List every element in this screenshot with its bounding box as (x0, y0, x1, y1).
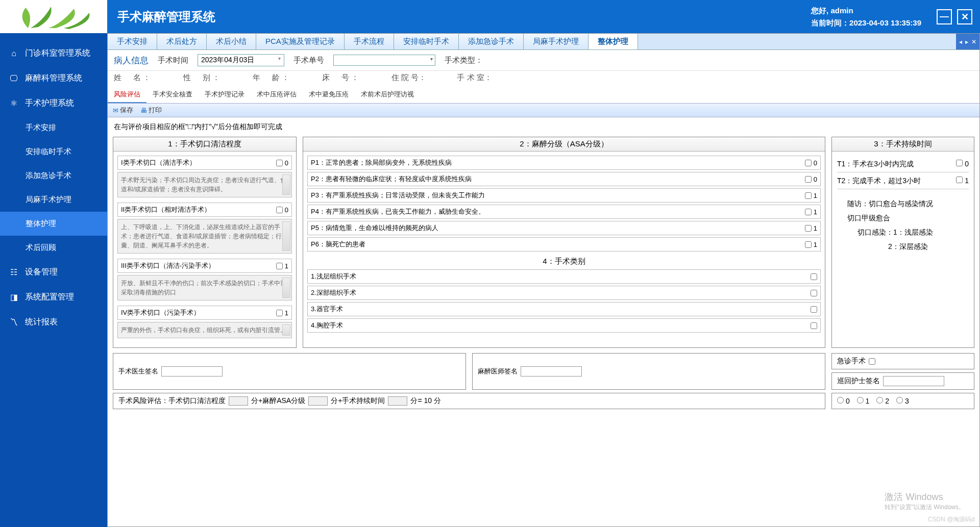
item-check[interactable] (805, 209, 812, 215)
tab-pca[interactable]: PCA实施及管理记录 (256, 34, 345, 49)
asa-item: P1：正常的患者；除局部病变外，无系统性疾病 0 (307, 156, 821, 170)
summary-label: 手术风险评估：手术切口清洁程度 (118, 396, 226, 406)
sidebar-sub-arrange[interactable]: 手术安排 (0, 116, 107, 140)
surgeon-sig-input[interactable] (161, 366, 223, 377)
emergency-check[interactable] (869, 358, 875, 365)
subtab-ulcer[interactable]: 术中压疮评估 (251, 87, 303, 103)
t1-value: 0 (965, 160, 969, 168)
nurse-sig-label: 巡回护士签名 (837, 377, 880, 386)
incision-item: III类手术切口（清洁-污染手术） 1 (117, 259, 292, 273)
sidebar-item-stats[interactable]: 〽统计报表 (0, 310, 107, 335)
subtab-avoid[interactable]: 术中避免压疮 (303, 87, 355, 103)
op-no-input[interactable] (333, 55, 435, 66)
followup-label: 随访：切口愈合与感染情况 (837, 196, 969, 211)
asa-item: P5：病情危重，生命难以维持的频死的病人 1 (307, 221, 821, 235)
item-check[interactable] (811, 290, 817, 296)
sum-p3: 分= 10 分 (410, 396, 441, 406)
surgeon-sig-box: 手术医生签名 (113, 353, 466, 390)
tab-summary[interactable]: 术后小结 (207, 34, 256, 49)
panel2-title: 2：麻醉分级（ASA分级） (303, 137, 825, 152)
sidebar-item-outpatient[interactable]: ⌂门诊科室管理系统 (0, 41, 107, 66)
item-check[interactable] (805, 176, 812, 183)
nurse-sig-input[interactable] (883, 376, 944, 386)
header: 手术麻醉管理系统 您好, admin 当前时间：2023-04-03 13:35… (0, 0, 980, 33)
print-button[interactable]: 🖶打印 (140, 106, 162, 115)
tab-postrx[interactable]: 术后处方 (157, 34, 207, 49)
radio-1[interactable]: 1 (857, 397, 870, 405)
subtab-safety[interactable]: 手术安全核查 (146, 87, 199, 103)
sidebar-item-nursing[interactable]: ⚛手术护理系统 (0, 91, 107, 116)
sum-p1: 分+麻醉ASA分级 (251, 396, 305, 406)
cube-icon: ◨ (8, 292, 20, 302)
tab-local[interactable]: 局麻手术护理 (524, 34, 589, 49)
t1-label: T1：手术在3小时内完成 (837, 157, 914, 171)
gender-label: 性 别： (183, 73, 222, 83)
side-label: 系统配置管理 (25, 292, 74, 303)
item-desc: 开放、新鲜且不干净的伤口；前次手术感染的切口；手术中需采取消毒措施的切口 (117, 275, 292, 300)
tab-temp[interactable]: 安排临时手术 (394, 34, 459, 49)
incision-item: II类手术切口（相对清洁手术） 0 (117, 203, 292, 217)
sidebar-sub-overall[interactable]: 整体护理 (0, 212, 107, 236)
tab-prev-icon[interactable]: ◂ (959, 38, 962, 45)
tab-scroll[interactable]: ◂▸✕ (956, 34, 979, 49)
op-no-label: 手术单号 (293, 56, 324, 65)
sum-input-1[interactable] (229, 396, 248, 406)
sidebar-sub-temp[interactable]: 安排临时手术 (0, 140, 107, 164)
close-button[interactable]: ✕ (957, 9, 972, 24)
score-radios: 0 1 2 3 (831, 393, 974, 409)
t2-check[interactable] (956, 177, 963, 183)
asa-item: P2：患者有轻微的临床症状；有轻度或中度系统性疾病 0 (307, 172, 821, 186)
item-check[interactable] (811, 322, 817, 329)
tab-arrange[interactable]: 手术安排 (108, 34, 157, 49)
t1-check[interactable] (956, 160, 963, 166)
item-check[interactable] (805, 241, 812, 248)
item-check[interactable] (805, 160, 812, 166)
heal-label: 切口甲级愈合 (837, 211, 969, 225)
csdn-watermark: CSDN @淘源码d (928, 515, 975, 524)
tab-flow[interactable]: 手术流程 (345, 34, 394, 49)
tab-close-icon[interactable]: ✕ (971, 38, 976, 45)
sum-input-2[interactable] (308, 396, 328, 406)
tab-next-icon[interactable]: ▸ (965, 38, 968, 45)
sidebar-item-anesthesia[interactable]: 🖵麻醉科管理系统 (0, 66, 107, 91)
sidebar-sub-local[interactable]: 局麻手术护理 (0, 188, 107, 212)
sidebar-sub-emergency[interactable]: 添加急诊手术 (0, 164, 107, 188)
radio-0[interactable]: 0 (837, 397, 850, 405)
op-time-input[interactable]: 2023年04月03日▾ (198, 54, 284, 66)
item-check[interactable] (276, 310, 283, 316)
side-label: 手术护理系统 (25, 98, 74, 109)
item-check[interactable] (276, 207, 283, 213)
op-type-label: 手术类型： (445, 56, 483, 65)
item-desc: 手术野无污染；手术切口周边无炎症；患者没有进行气道、食道和/或尿道插管；患者没有… (117, 172, 292, 197)
sidebar-sub-review[interactable]: 术后回顾 (0, 236, 107, 260)
device-icon: ☷ (8, 267, 20, 277)
item-check[interactable] (811, 306, 817, 313)
sidebar-item-device[interactable]: ☷设备管理 (0, 260, 107, 285)
t2-label: T2：完成手术，超过3小时 (837, 173, 921, 188)
item-check[interactable] (811, 273, 817, 280)
radio-3[interactable]: 3 (896, 397, 909, 405)
item-check[interactable] (276, 160, 283, 166)
bed-label: 床 号： (322, 73, 361, 83)
tab-emerg[interactable]: 添加急诊手术 (459, 34, 524, 49)
sidebar-item-config[interactable]: ◨系统配置管理 (0, 285, 107, 310)
minimize-button[interactable]: — (937, 9, 952, 24)
item-check[interactable] (276, 263, 283, 269)
subtab-risk[interactable]: 风险评估 (108, 87, 146, 103)
side-label: 设备管理 (25, 267, 58, 278)
radio-2[interactable]: 2 (876, 397, 889, 405)
sum-input-3[interactable] (388, 396, 407, 406)
emergency-label: 急诊手术 (837, 357, 866, 366)
anes-sig-input[interactable] (521, 366, 582, 377)
subtab-record[interactable]: 手术护理记录 (199, 87, 251, 103)
subtabs: 风险评估 手术安全核查 手术护理记录 术中压疮评估 术中避免压疮 术前术后护理访… (108, 87, 979, 104)
subtab-visit[interactable]: 术前术后护理访视 (355, 87, 420, 103)
monitor-icon: 🖵 (8, 74, 20, 83)
item-check[interactable] (805, 192, 812, 199)
toolbar: ✉保存 🖶打印 (108, 104, 979, 117)
op-time-value: 2023年04月03日 (201, 56, 254, 64)
sidebar: ⌂门诊科室管理系统 🖵麻醉科管理系统 ⚛手术护理系统 手术安排 安排临时手术 添… (0, 33, 107, 527)
item-check[interactable] (805, 225, 812, 232)
tab-overall[interactable]: 整体护理 (589, 34, 638, 49)
save-button[interactable]: ✉保存 (113, 106, 133, 115)
